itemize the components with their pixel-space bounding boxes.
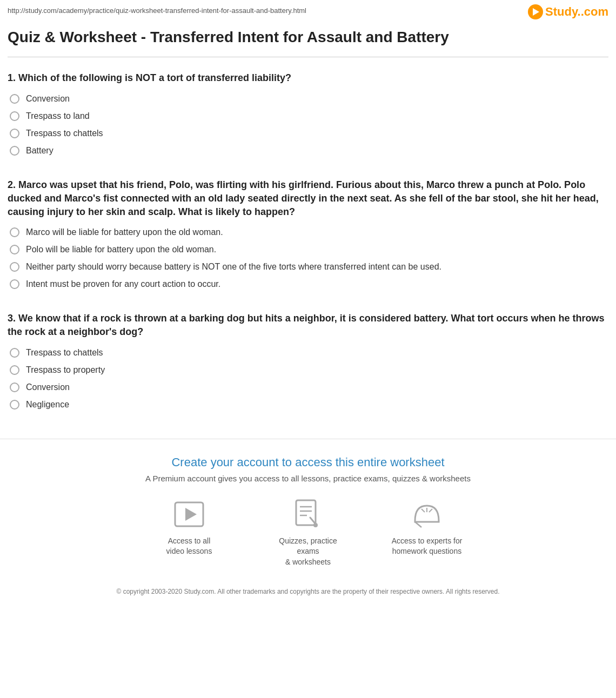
- q1-option-1[interactable]: Conversion: [8, 94, 608, 104]
- question-1-text: 1. Which of the following is NOT a tort …: [8, 71, 608, 85]
- q3-option-4[interactable]: Negligence: [8, 400, 608, 410]
- quiz-icon: [292, 498, 324, 531]
- q1-radio-1[interactable]: [10, 94, 19, 104]
- question-2-block: 2. Marco was upset that his friend, Polo…: [0, 169, 616, 303]
- title-divider: [8, 57, 608, 57]
- q3-radio-3[interactable]: [10, 382, 19, 392]
- page-title: Quiz & Worksheet - Transferred Intent fo…: [0, 18, 616, 52]
- q3-option-1[interactable]: Trespass to chattels: [8, 348, 608, 358]
- cta-title: Create your account to access this entir…: [8, 455, 608, 469]
- q1-radio-2[interactable]: [10, 111, 19, 121]
- cta-section: Create your account to access this entir…: [0, 439, 616, 612]
- q1-option-4[interactable]: Battery: [8, 146, 608, 156]
- question-1-body: Which of the following is NOT a tort of …: [18, 72, 291, 83]
- q1-radio-4[interactable]: [10, 146, 19, 156]
- footer-copyright: © copyright 2003-2020 Study.com. All oth…: [8, 582, 608, 601]
- q3-option-3[interactable]: Conversion: [8, 382, 608, 392]
- features-row: Access to allvideo lessons Quizzes, prac…: [8, 498, 608, 568]
- q2-option-1[interactable]: Marco will be liable for battery upon th…: [8, 227, 608, 237]
- q2-radio-2[interactable]: [10, 245, 19, 254]
- q1-option-3[interactable]: Trespass to chattels: [8, 129, 608, 138]
- q2-option-3[interactable]: Neither party should worry because batte…: [8, 262, 608, 272]
- logo-study: Study: [545, 5, 577, 18]
- feature-expert-label: Access to experts forhomework questions: [392, 536, 463, 557]
- logo-play-icon: [533, 8, 539, 16]
- q3-radio-2[interactable]: [10, 365, 19, 375]
- svg-marker-1: [185, 508, 197, 521]
- header: http://study.com/academy/practice/quiz-w…: [0, 0, 616, 57]
- svg-line-10: [429, 509, 432, 512]
- q3-label-2: Trespass to property: [26, 365, 105, 375]
- question-2-number: 2.: [8, 179, 16, 190]
- question-1-number: 1.: [8, 72, 16, 83]
- q2-label-4: Intent must be proven for any court acti…: [26, 279, 220, 289]
- q2-label-3: Neither party should worry because batte…: [26, 262, 441, 272]
- q2-label-2: Polo will be liable for battery upon the…: [26, 245, 216, 254]
- q1-label-4: Battery: [26, 146, 53, 156]
- question-3-block: 3. We know that if a rock is thrown at a…: [0, 302, 616, 422]
- url-bar: http://study.com/academy/practice/quiz-w…: [0, 0, 616, 18]
- svg-line-8: [421, 509, 425, 512]
- q2-label-1: Marco will be liable for battery upon th…: [26, 227, 223, 237]
- cta-subtitle: A Premium account gives you access to al…: [8, 474, 608, 483]
- feature-expert: Access to experts forhomework questions: [389, 498, 465, 568]
- q1-label-1: Conversion: [26, 94, 70, 104]
- q1-label-3: Trespass to chattels: [26, 129, 103, 138]
- question-3-body: We know that if a rock is thrown at a ba…: [8, 313, 605, 337]
- expert-icon: [411, 498, 443, 531]
- feature-quiz: Quizzes, practice exams& worksheets: [270, 498, 346, 568]
- logo-com: .com: [581, 5, 608, 18]
- q3-radio-1[interactable]: [10, 348, 19, 358]
- q3-radio-4[interactable]: [10, 400, 19, 410]
- q3-label-3: Conversion: [26, 382, 70, 392]
- q3-label-4: Negligence: [26, 400, 69, 410]
- question-2-text: 2. Marco was upset that his friend, Polo…: [8, 178, 608, 219]
- logo-text: Study..com: [545, 5, 608, 19]
- q1-radio-3[interactable]: [10, 129, 19, 138]
- q2-option-2[interactable]: Polo will be liable for battery upon the…: [8, 245, 608, 254]
- q2-radio-4[interactable]: [10, 279, 19, 289]
- q1-option-2[interactable]: Trespass to land: [8, 111, 608, 121]
- question-3-text: 3. We know that if a rock is thrown at a…: [8, 312, 608, 339]
- question-3-number: 3.: [8, 313, 16, 324]
- q3-label-1: Trespass to chattels: [26, 348, 103, 358]
- q1-label-2: Trespass to land: [26, 111, 90, 121]
- feature-video: Access to allvideo lessons: [151, 498, 227, 568]
- q3-option-2[interactable]: Trespass to property: [8, 365, 608, 375]
- q2-radio-3[interactable]: [10, 262, 19, 272]
- logo: Study..com: [528, 4, 608, 19]
- feature-quiz-label: Quizzes, practice exams& worksheets: [270, 536, 346, 568]
- feature-video-label: Access to allvideo lessons: [166, 536, 212, 557]
- svg-point-6: [313, 523, 318, 527]
- q2-radio-1[interactable]: [10, 227, 19, 237]
- video-icon: [173, 498, 205, 531]
- question-2-body: Marco was upset that his friend, Polo, w…: [8, 179, 599, 217]
- logo-circle: [528, 4, 543, 19]
- q2-option-4[interactable]: Intent must be proven for any court acti…: [8, 279, 608, 289]
- question-1-block: 1. Which of the following is NOT a tort …: [0, 62, 616, 168]
